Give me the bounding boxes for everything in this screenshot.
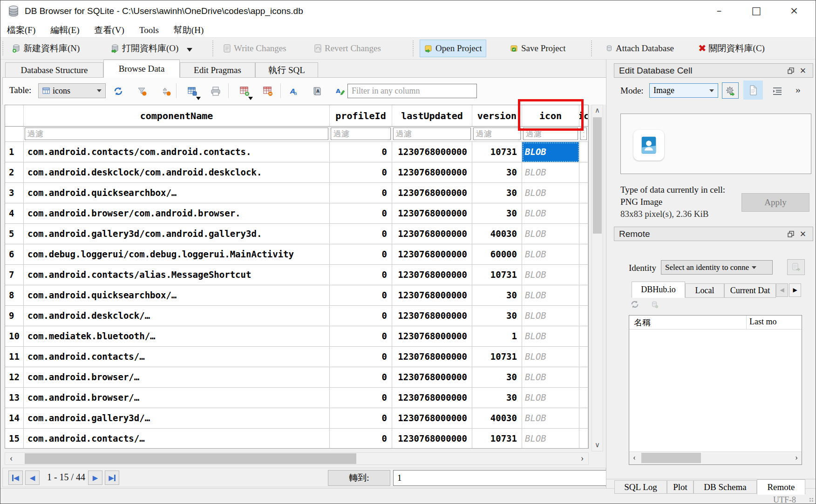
dock-tab-remote[interactable]: Remote [757,479,805,495]
cell-icon[interactable]: BLOB [522,203,579,224]
cell-profileId[interactable]: 0 [330,408,392,429]
cell-partial[interactable] [579,429,588,449]
cell-profileId[interactable]: 0 [330,347,392,367]
edit-display-format-button[interactable]: A [333,84,348,98]
cell-partial[interactable] [579,306,588,326]
cell-version[interactable]: 30 [472,285,522,306]
cell-version[interactable]: 10731 [472,429,522,449]
filter-icon-input[interactable] [523,128,578,140]
clone-database-button[interactable] [648,298,660,310]
insert-record-button[interactable] [237,84,252,98]
cell-version[interactable]: 10731 [472,142,522,162]
last-record-button[interactable]: ▶ [105,470,119,485]
close-panel-icon[interactable]: × [798,228,808,240]
remote-tab-local[interactable]: Local [685,283,724,298]
row-number[interactable]: 10 [5,326,24,347]
cell-profileId[interactable]: 0 [330,285,392,306]
grid-horizontal-scrollbar[interactable]: ‹ › [5,452,589,465]
cell-profileId[interactable]: 0 [330,244,392,265]
cell-profileId[interactable]: 0 [330,183,392,203]
cell-version[interactable]: 30 [472,203,522,224]
row-number[interactable]: 7 [5,265,24,285]
row-number[interactable]: 13 [5,388,24,408]
cell-componentName[interactable]: com.android.deskclock/… [24,306,330,326]
cell-componentName[interactable]: com.android.contacts/… [24,429,330,449]
cell-lastUpdated[interactable]: 1230768000000 [392,162,472,183]
save-project-button[interactable]: Save Project [506,40,570,57]
maximize-button[interactable]: □ [746,0,767,22]
scroll-right-icon[interactable]: › [576,453,588,464]
tab-edit-pragmas[interactable]: Edit Pragmas [180,62,255,78]
row-number[interactable]: 5 [5,224,24,244]
row-number[interactable]: 9 [5,306,24,326]
cell-icon[interactable]: BLOB [522,265,579,285]
menu-edit[interactable]: 編輯(E) [44,22,86,38]
cell-lastUpdated[interactable]: 1230768000000 [392,367,472,388]
global-filter-input[interactable] [347,84,477,98]
cell-lastUpdated[interactable]: 1230768000000 [392,347,472,367]
filter-profileId-input[interactable] [331,128,391,140]
clear-filters-button[interactable] [135,84,150,98]
attach-database-button[interactable]: Attach Database [601,40,678,57]
revert-changes-button[interactable]: Revert Changes [310,40,385,57]
cell-version[interactable]: 30 [472,388,522,408]
cell-version[interactable]: 60000 [472,244,522,265]
push-database-button[interactable] [787,259,805,275]
cell-icon[interactable]: BLOB [522,326,579,347]
scroll-right-icon[interactable]: › [795,453,798,463]
text-view-button[interactable] [743,81,763,100]
remote-tab-dbhub[interactable]: DBHub.io [632,282,685,298]
horizontal-scroll-thumb[interactable] [25,453,356,464]
row-number[interactable]: 12 [5,367,24,388]
row-number[interactable]: 1 [5,142,24,162]
column-header-lastUpdated[interactable]: lastUpdated [392,105,472,127]
cell-componentName[interactable]: com.mediatek.bluetooth/… [24,326,330,347]
cell-componentName[interactable]: com.android.browser/com.android.browser. [24,203,330,224]
goto-record-input[interactable] [393,470,606,486]
cell-profileId[interactable]: 0 [330,265,392,285]
cell-icon[interactable]: BLOB [522,429,579,449]
column-header-version[interactable]: version [472,105,522,127]
scroll-down-icon[interactable]: ∨ [592,440,603,451]
dock-tab-sql-log[interactable]: SQL Log [614,480,667,494]
menu-help[interactable]: 幫助(H) [167,22,210,38]
cell-componentName[interactable]: com.android.quicksearchbox/… [24,183,330,203]
cell-componentName[interactable]: com.android.quicksearchbox/… [24,285,330,306]
minimize-button[interactable]: – [708,0,730,22]
grid-vertical-scrollbar[interactable]: ∧ ∨ [592,105,603,451]
row-number[interactable]: 15 [5,429,24,449]
remote-tab-current-database[interactable]: Current Dat [724,283,776,298]
scroll-left-icon[interactable]: ‹ [633,453,636,463]
tab-browse-data[interactable]: Browse Data [103,60,180,78]
cell-componentName[interactable]: com.android.browser/… [24,388,330,408]
remote-refresh-button[interactable] [629,298,641,310]
cell-version[interactable]: 30 [472,306,522,326]
scroll-left-icon[interactable]: ‹ [5,453,17,464]
dock-tab-db-schema[interactable]: DB Schema [694,480,757,494]
tab-scroll-right-icon[interactable]: ▶ [789,283,801,297]
resize-grip[interactable] [809,497,814,502]
cell-partial[interactable] [579,326,588,347]
open-database-dropdown[interactable] [187,52,192,60]
open-project-button[interactable]: Open Project [420,40,486,57]
tab-database-structure[interactable]: Database Structure [5,62,103,78]
previous-record-button[interactable]: ◀ [25,470,40,485]
save-table-view-button[interactable] [185,84,200,98]
cell-version[interactable]: 10731 [472,265,522,285]
row-number[interactable]: 8 [5,285,24,306]
first-record-button[interactable]: ◀ [8,470,23,485]
cell-componentName[interactable]: com.android.gallery3d/com.android.galler… [24,224,330,244]
vertical-scroll-thumb[interactable] [593,117,602,234]
cell-profileId[interactable]: 0 [330,203,392,224]
cell-profileId[interactable]: 0 [330,326,392,347]
cell-profileId[interactable]: 0 [330,388,392,408]
cell-lastUpdated[interactable]: 1230768000000 [392,326,472,347]
cell-partial[interactable] [579,388,588,408]
identity-selector[interactable]: Select an identity to conne [661,260,773,275]
cell-partial[interactable] [579,162,588,183]
menu-view[interactable]: 查看(V) [88,22,131,38]
row-number[interactable]: 6 [5,244,24,265]
remote-horizontal-scrollbar[interactable]: ‹ › [629,451,802,464]
dictionary-button[interactable]: A [310,84,325,98]
cell-componentName[interactable]: com.android.contacts/com.android.contact… [24,142,330,162]
